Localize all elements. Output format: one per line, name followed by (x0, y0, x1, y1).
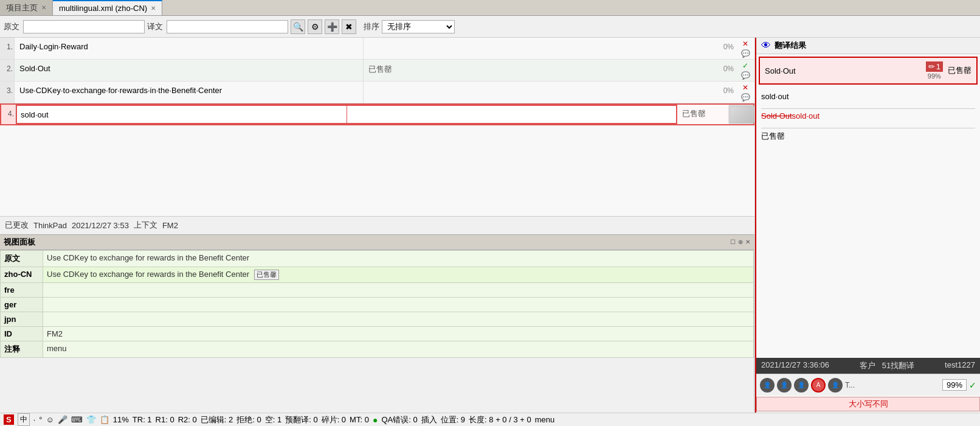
row-target-text[interactable]: 已售罄 (363, 60, 712, 81)
approve-icon[interactable]: ✓ (742, 61, 748, 70)
tm-source: Sold·Out (765, 66, 921, 75)
status-bar: 已更改 ThinkPad 2021/12/27 3:53 上下文 FM2 (0, 216, 754, 234)
row-percent: 0% (712, 60, 736, 81)
list-item: jpn (1, 312, 754, 326)
right-meta-area: 2021/12/27 3:36:06 客户 51找翻译 test1227 👤 👤… (756, 358, 980, 413)
meta-client: 客户 51找翻译 (860, 360, 914, 371)
id-label: FM2 (162, 221, 178, 230)
reject-icon[interactable]: ✕ (742, 83, 748, 92)
pct-badge: 99% (942, 379, 967, 391)
meta-bar: 2021/12/27 3:36:06 客户 51找翻译 test1227 (756, 358, 980, 374)
date: 2021/12/27 3:53 (72, 221, 129, 230)
list-item: ger (1, 297, 754, 312)
table-row: 2. Sold·Out 已售罄 0% ✓ 💬 (0, 60, 754, 82)
tm-result: Sold·Out ✏ 1 99% 已售罄 (759, 57, 978, 85)
keyboard-icon: ⌨ (71, 415, 83, 424)
checkmark-icon[interactable]: ✓ (969, 380, 976, 390)
search-button[interactable]: 🔍 (291, 19, 305, 34)
lang-label: 原文 (1, 250, 43, 267)
add-button[interactable]: ➕ (325, 19, 339, 34)
lang-label: 注释 (1, 341, 43, 357)
qa-dot: ● (373, 415, 378, 425)
panel-close-btn[interactable]: ✕ (745, 239, 750, 245)
source-label: 原文 (4, 21, 19, 32)
right-panel-header: 👁 翻译结果 (756, 38, 980, 54)
tab-home-label: 项目主页 (6, 2, 38, 13)
target-search-input[interactable] (167, 20, 288, 33)
row-actions: ✕ 💬 (736, 38, 754, 59)
tab-home-close[interactable]: ✕ (41, 4, 46, 11)
edited-stat: 已编辑: 2 (201, 414, 233, 425)
clear-button[interactable]: ✖ (342, 19, 356, 34)
source-search-input[interactable] (23, 20, 145, 33)
lang-value (43, 282, 754, 297)
reject-icon[interactable]: ✕ (742, 40, 748, 48)
blur-image (729, 105, 754, 124)
bottom-status-bar: S 中 · ° ☺ 🎤 ⌨ 👕 📋 11% TR: 1 R1: 0 R2: 0 … (0, 413, 980, 426)
row-source-text[interactable]: Daily·Login·Reward (15, 38, 363, 59)
lang-label: zho-CN (1, 267, 43, 282)
smiley-icon: ☺ (46, 415, 54, 424)
avatar: 👤 (828, 378, 843, 393)
chinese-icon: 中 (18, 413, 30, 426)
insert-label: 插入 (421, 414, 437, 425)
comment-icon[interactable]: 💬 (741, 71, 750, 80)
tab-file[interactable]: multilingual.xml (zho-CN) ✕ (53, 0, 162, 15)
comment-icon[interactable]: 💬 (741, 93, 750, 102)
tm-pct: 99% (928, 72, 941, 80)
logo-icon: S (4, 414, 14, 425)
row-target-text[interactable] (363, 82, 712, 103)
row-target-input[interactable] (347, 105, 678, 124)
tab-file-close[interactable]: ✕ (151, 5, 156, 12)
panel-pin-btn[interactable]: ⊕ (738, 239, 743, 245)
menu-label: menu (535, 415, 555, 424)
view-panel-header: 视图面板 ☐ ⊕ ✕ (0, 235, 754, 250)
fragments-stat: 碎片: 0 (322, 414, 346, 425)
table-row-editing: 4. 已售罄 (0, 103, 754, 125)
sort-select[interactable]: 无排序 (382, 20, 455, 33)
tm-target: 已售罄 (948, 65, 971, 76)
r2-stat: R2: 0 (178, 415, 197, 424)
comment-icon[interactable]: 💬 (741, 49, 750, 58)
tm-badge-inner: ✏ 1 (926, 61, 943, 72)
list-item: ID FM2 (1, 326, 754, 341)
lang-label: ger (1, 297, 43, 312)
author: ThinkPad (33, 221, 67, 230)
row-percent: 0% (712, 38, 736, 59)
tab-file-label: multilingual.xml (zho-CN) (59, 4, 147, 13)
dot-icon: · (33, 415, 36, 424)
row-source-input[interactable] (16, 105, 347, 124)
row-number: 3. (0, 82, 15, 103)
row-target-text[interactable] (363, 38, 712, 59)
list-item: fre (1, 282, 754, 297)
avatar: 👤 (760, 378, 775, 393)
row-actions: ✓ 💬 (736, 60, 754, 81)
concordance-strikethrough: Sold·Out (761, 111, 792, 120)
row-actions (735, 105, 753, 124)
translation-grid: 1. Daily·Login·Reward 0% ✕ 💬 2. Sold·Out… (0, 38, 754, 216)
row-number: 2. (0, 60, 15, 81)
tab-home[interactable]: 项目主页 ✕ (0, 0, 53, 15)
case-note-text: 大小写不同 (849, 399, 888, 408)
qa-stat: QA错误: 0 (381, 414, 417, 425)
lang-label: ID (1, 326, 43, 341)
list-item: zho-CN Use CDKey to exchange for rewards… (1, 267, 754, 282)
case-note: 大小写不同 (756, 397, 980, 411)
row-source-text[interactable]: Use·CDKey·to·exchange·for·rewards·in·the… (15, 82, 363, 103)
mic-icon: 🎤 (58, 415, 67, 424)
changed-label: 已更改 (5, 220, 29, 231)
divider (761, 128, 975, 128)
panel-restore-btn[interactable]: ☐ (730, 239, 736, 245)
mt-stat: MT: 0 (350, 415, 369, 424)
concordance-text: Sold·Outsold·out (761, 111, 975, 120)
translation-text: 已售罄 (761, 131, 975, 142)
table-row: 3. Use·CDKey·to·exchange·for·rewards·in·… (0, 82, 754, 103)
divider (761, 108, 975, 109)
view-panel: 视图面板 ☐ ⊕ ✕ 原文 Use CDKey to exchange for … (0, 234, 754, 413)
lang-label: fre (1, 282, 43, 297)
row-source-text[interactable]: Sold·Out (15, 60, 363, 81)
settings-button[interactable]: ⚙ (308, 19, 322, 34)
circle-icon: ° (39, 415, 42, 424)
concordance-section: Sold·Outsold·out (761, 111, 975, 120)
tab-bar: 项目主页 ✕ multilingual.xml (zho-CN) ✕ (0, 0, 980, 16)
